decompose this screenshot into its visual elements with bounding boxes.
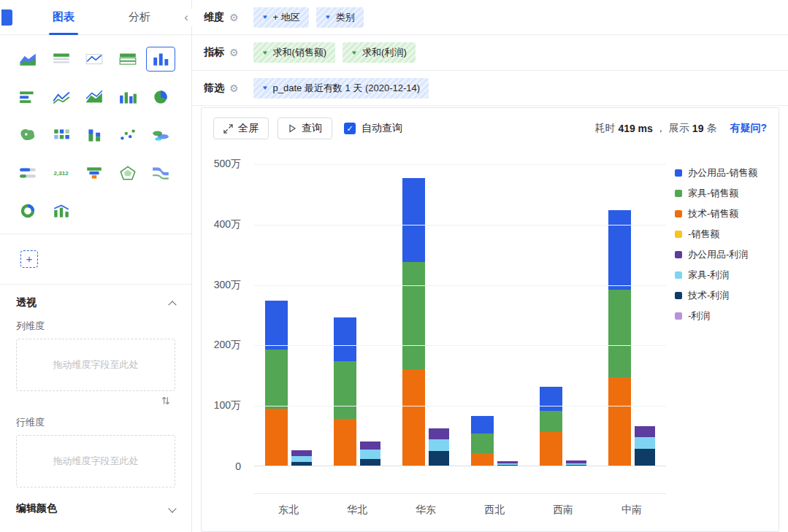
bar-segment-技术-利润[interactable]	[429, 451, 449, 466]
combo-chart-icon[interactable]	[47, 198, 76, 223]
stacked-bar-销售额[interactable]	[402, 165, 425, 466]
bar-segment-家具-销售额[interactable]	[608, 290, 631, 378]
edit-color-section-header[interactable]: 编辑颜色	[16, 502, 175, 515]
line-table-icon[interactable]	[80, 47, 109, 72]
stacked-bar-销售额[interactable]	[265, 165, 288, 466]
progress-chart-icon[interactable]	[13, 161, 42, 185]
legend-item[interactable]: 家具-销售额	[675, 187, 774, 200]
bar-segment-家具-利润[interactable]	[360, 450, 380, 458]
kpi-card-icon[interactable]: 2,312	[47, 161, 76, 185]
legend-item[interactable]: 技术-利润	[675, 289, 774, 302]
bar-segment-技术-销售额[interactable]	[265, 409, 288, 466]
legend-item[interactable]: -销售额	[675, 228, 774, 241]
sankey-chart-icon[interactable]	[146, 161, 175, 185]
map-chart-icon[interactable]	[13, 123, 42, 147]
funnel-chart-icon[interactable]	[80, 161, 109, 185]
bar-segment-技术-利润[interactable]	[635, 449, 655, 467]
legend-item[interactable]: 办公用品-销售额	[675, 166, 774, 180]
row-dimension-dropzone[interactable]: 拖动维度字段至此处	[16, 435, 175, 487]
legend-item[interactable]: 技术-销售额	[675, 207, 774, 220]
stacked-bar-利润[interactable]	[360, 165, 380, 466]
bar-segment-家具-利润[interactable]	[635, 437, 655, 449]
checkbox-checked-icon[interactable]: ✓	[344, 123, 356, 134]
tab-charts[interactable]: 图表	[26, 0, 102, 35]
chevron-up-icon[interactable]	[168, 301, 176, 309]
gear-icon[interactable]: ⚙	[229, 47, 239, 58]
bar-segment-家具-利润[interactable]	[291, 456, 312, 461]
radar-chart-icon[interactable]	[113, 161, 142, 185]
stacked-bar-利润[interactable]	[566, 165, 586, 466]
stacked-bar-利润[interactable]	[291, 165, 312, 466]
bar-segment-家具-销售额[interactable]	[471, 433, 494, 453]
pivot-section-header[interactable]: 透视	[16, 296, 175, 309]
bar-segment-家具-销售额[interactable]	[265, 350, 288, 409]
collapse-sidebar-icon[interactable]: ‹	[180, 9, 192, 26]
caret-down-icon[interactable]: ▼	[261, 14, 268, 20]
bar-segment-办公用品-利润[interactable]	[429, 428, 449, 439]
horizontal-bar-icon[interactable]	[13, 85, 42, 109]
fullscreen-button[interactable]: 全屏	[213, 117, 269, 139]
stacked-bar-销售额[interactable]	[540, 165, 562, 466]
metric-chip-sales-sum[interactable]: ▼ 求和(销售额)	[253, 42, 336, 63]
legend-item[interactable]: 家具-利润	[675, 269, 774, 282]
bar-segment-技术-销售额[interactable]	[471, 453, 494, 466]
add-chart-type-button[interactable]: +	[20, 250, 38, 268]
scatter-chart-icon[interactable]	[113, 123, 142, 147]
chevron-down-icon[interactable]	[168, 504, 176, 512]
stacked-column-icon[interactable]	[80, 123, 109, 147]
bar-segment-办公用品-销售额[interactable]	[608, 210, 631, 290]
bar-segment-家具-利润[interactable]	[429, 439, 449, 451]
bar-segment-办公用品-利润[interactable]	[360, 442, 380, 450]
heat-grid-icon[interactable]	[47, 123, 76, 147]
metric-chip-profit-sum[interactable]: ▼ 求和(利润)	[343, 42, 416, 63]
bar-segment-办公用品-销售额[interactable]	[540, 387, 562, 410]
bar-segment-技术-销售额[interactable]	[540, 432, 562, 466]
bar-segment-办公用品-利润[interactable]	[291, 450, 312, 456]
caret-down-icon[interactable]: ▼	[324, 14, 332, 20]
stacked-bar-销售额[interactable]	[471, 165, 494, 466]
caret-down-icon[interactable]: ▼	[261, 85, 268, 91]
grid-table-icon[interactable]	[113, 47, 142, 72]
dimension-chip-region[interactable]: ▼ + 地区	[253, 7, 309, 28]
bar-segment-办公用品-销售额[interactable]	[402, 178, 425, 263]
app-logo[interactable]	[1, 9, 12, 26]
legend-item[interactable]: 办公用品-利润	[675, 248, 774, 261]
donut-chart-icon[interactable]	[13, 198, 42, 223]
gear-icon[interactable]: ⚙	[229, 12, 239, 23]
filter-chip-pdate[interactable]: ▼ p_date 最近有数 1 天 (2020-12-14)	[253, 78, 429, 99]
dimension-chip-category[interactable]: ▼ 类别	[316, 7, 364, 28]
line-chart-icon[interactable]	[47, 85, 76, 109]
bar-segment-技术-销售额[interactable]	[608, 377, 631, 466]
caret-down-icon[interactable]: ▼	[351, 50, 358, 56]
area-chart-icon[interactable]	[80, 85, 109, 109]
auto-query-checkbox[interactable]: ✓ 自动查询	[344, 122, 402, 135]
column-dimension-dropzone[interactable]: 拖动维度字段至此处	[16, 339, 175, 391]
swap-axes-icon[interactable]	[161, 396, 171, 406]
bar-segment-家具-销售额[interactable]	[540, 411, 562, 433]
stacked-bar-利润[interactable]	[635, 165, 655, 466]
histogram-icon[interactable]	[146, 47, 175, 72]
bar-segment-技术-销售额[interactable]	[334, 419, 356, 466]
bar-segment-办公用品-利润[interactable]	[635, 426, 655, 437]
column-chart-icon[interactable]	[113, 85, 142, 109]
stacked-bar-利润[interactable]	[429, 165, 449, 466]
table-icon[interactable]	[47, 47, 76, 72]
bar-segment-办公用品-销售额[interactable]	[471, 416, 494, 433]
caret-down-icon[interactable]: ▼	[261, 50, 268, 56]
bar-segment-技术-销售额[interactable]	[402, 369, 425, 466]
legend-item[interactable]: -利润	[675, 309, 774, 323]
help-link[interactable]: 有疑问?	[730, 122, 767, 135]
pie-chart-icon[interactable]	[146, 85, 175, 109]
stacked-bar-销售额[interactable]	[608, 165, 631, 466]
bar-segment-办公用品-销售额[interactable]	[265, 301, 288, 350]
bar-segment-办公用品-销售额[interactable]	[334, 317, 356, 361]
bar-segment-家具-销售额[interactable]	[334, 361, 356, 419]
gear-icon[interactable]: ⚙	[229, 82, 239, 94]
stacked-bar-利润[interactable]	[497, 165, 518, 466]
bar-segment-家具-销售额[interactable]	[402, 262, 425, 369]
area-table-icon[interactable]	[13, 47, 42, 72]
tab-analysis[interactable]: 分析	[102, 0, 177, 35]
word-cloud-icon[interactable]	[146, 123, 175, 147]
query-button[interactable]: 查询	[278, 117, 332, 139]
stacked-bar-销售额[interactable]	[334, 165, 356, 466]
